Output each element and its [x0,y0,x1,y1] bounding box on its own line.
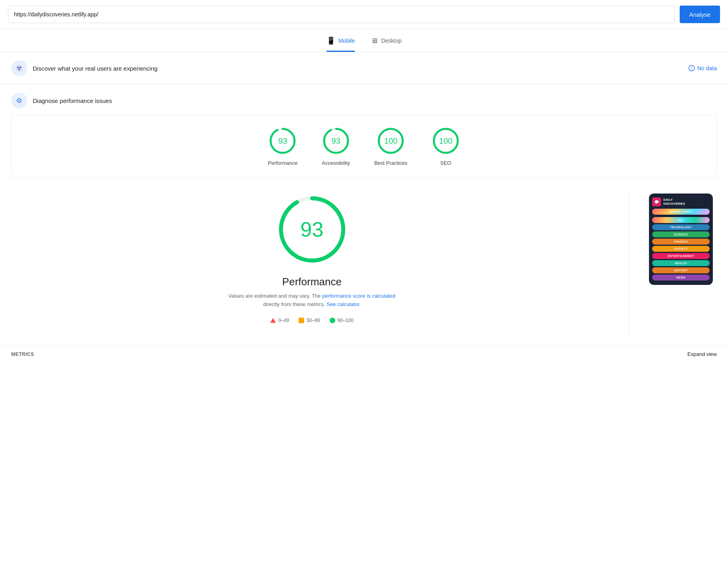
url-input[interactable] [8,6,675,23]
category-finance: FINANCE [652,239,710,245]
detail-right: 💬 DAILY DISCOVERIES SHARE A FACT ALL TEC… [645,194,717,285]
score-best-practices[interactable]: 100 Best Practices [374,126,408,166]
performance-score-link[interactable]: performance score is calculated [322,293,396,299]
tab-mobile-label: Mobile [338,38,355,44]
svg-text:i: i [691,66,692,71]
tab-desktop[interactable]: 🖥 Desktop [371,36,402,52]
diagnose-title: Diagnose performance issues [33,97,112,104]
no-data-link[interactable]: i No data [688,65,717,71]
diagnose-section: Diagnose performance issues 93 Performan… [0,85,728,178]
legend-item-orange: 50–89 [299,318,320,323]
score-label-accessibility: Accessibility [322,160,350,166]
detail-left: 93 Performance Values are estimated and … [11,194,629,337]
svg-point-8 [18,100,20,101]
diagnose-header: Diagnose performance issues [11,93,717,109]
detail-desc: Values are estimated and may vary. The p… [228,292,396,309]
info-icon: i [688,65,695,71]
legend-label-orange: 50–89 [307,318,320,323]
svg-point-2 [20,67,21,68]
legend: 0–49 50–89 90–100 [270,318,353,323]
svg-point-1 [17,67,19,68]
analyse-button[interactable]: Analyse [680,6,720,23]
score-number-performance: 93 [278,136,287,146]
mobile-icon: 📱 [326,36,335,45]
score-number-best-practices: 100 [384,136,398,146]
svg-point-3 [18,69,20,70]
legend-icon-red [270,318,276,323]
big-score-number: 93 [301,217,324,241]
score-label-performance: Performance [268,160,297,166]
app-logo-icon: 💬 [652,198,661,206]
score-circle-best-practices: 100 [376,126,405,155]
score-circle-performance: 93 [268,126,297,155]
big-score-circle: 93 [276,194,348,265]
tab-desktop-label: Desktop [381,38,402,44]
legend-icon-orange [299,318,304,323]
score-cards: 93 Performance 93 Accessibility [11,115,717,178]
metrics-footer: METRICS Expand view [0,345,728,363]
category-entertainment: ENTERTAINMENT [652,253,710,259]
score-seo[interactable]: 100 SEO [431,126,460,166]
category-science: SCIENCE [652,231,710,237]
metrics-label: METRICS [11,352,34,357]
score-circle-accessibility: 93 [322,126,350,155]
legend-item-green: 90–100 [330,318,354,323]
category-all: ALL [652,217,710,223]
legend-label-red: 0–49 [278,318,289,323]
category-history: HISTORY [652,267,710,273]
discover-left: Discover what your real users are experi… [11,60,158,76]
score-number-seo: 100 [439,136,452,146]
category-society: SOCIETY [652,246,710,252]
discover-title: Discover what your real users are experi… [33,65,158,72]
detail-title: Performance [282,276,342,288]
score-number-accessibility: 93 [332,136,340,146]
legend-item-red: 0–49 [270,318,289,323]
no-data-label: No data [697,65,717,71]
detail-section: 93 Performance Values are estimated and … [0,178,728,345]
calculator-link[interactable]: See calculator. [326,301,360,307]
app-screenshot: 💬 DAILY DISCOVERIES SHARE A FACT ALL TEC… [649,194,713,285]
score-circle-seo: 100 [431,126,460,155]
score-accessibility[interactable]: 93 Accessibility [322,126,350,166]
score-label-best-practices: Best Practices [374,160,408,166]
tab-mobile[interactable]: 📱 Mobile [326,36,355,52]
expand-view-link[interactable]: Expand view [687,351,717,357]
discover-section: Discover what your real users are experi… [0,52,728,85]
category-news: NEWS [652,275,710,281]
diagnose-icon [11,93,27,109]
app-header: 💬 DAILY DISCOVERIES [652,198,710,206]
share-button: SHARE A FACT [652,209,710,215]
score-performance[interactable]: 93 Performance [268,126,297,166]
category-health: HEALTH [652,260,710,266]
tabs: 📱 Mobile 🖥 Desktop [0,29,728,52]
svg-point-0 [16,65,23,72]
legend-icon-green [330,318,335,323]
legend-label-green: 90–100 [338,318,354,323]
score-label-seo: SEO [440,160,451,166]
category-technology: TECHNOLOGY [652,224,710,230]
app-title: DAILY DISCOVERIES [663,198,685,205]
header: Analyse [0,0,728,29]
desktop-icon: 🖥 [371,37,378,45]
discover-icon [11,60,27,76]
